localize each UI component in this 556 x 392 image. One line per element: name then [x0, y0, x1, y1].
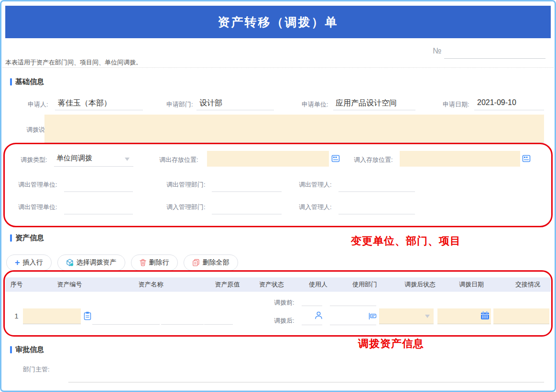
section-accent-bar: [10, 78, 12, 85]
dropdown-arrow-icon[interactable]: [425, 315, 430, 318]
col-handover: 交接情况: [501, 277, 555, 292]
delete-row-button[interactable]: 删除行: [131, 254, 178, 271]
asset-code-input[interactable]: [23, 308, 81, 324]
col-status-after: 调拨后状态: [392, 277, 447, 292]
out-manager-input[interactable]: [338, 180, 415, 192]
apply-date-value: 2021-09-10: [477, 98, 516, 107]
dotted-divider: [2, 67, 554, 68]
select-transfer-asset-label: 选择调拨资产: [76, 258, 117, 267]
col-transfer-date: 调拨日期: [447, 277, 495, 292]
out-dept-label: 调出管理部门:: [166, 180, 206, 189]
in-unit-input[interactable]: [64, 202, 133, 214]
doc-no-input[interactable]: [444, 46, 545, 59]
asset-code-picker-icon[interactable]: [84, 311, 91, 320]
col-asset-code: 资产编号: [28, 277, 111, 292]
plus-icon: +: [15, 258, 20, 267]
section-title-basic: 基础信息: [15, 77, 44, 86]
user-picker-icon[interactable]: [314, 311, 323, 320]
in-manager-label: 调入管理人:: [299, 203, 332, 212]
section-approval-info: 审批信息: [10, 345, 44, 354]
apply-unit-value: 应用产品设计空间: [336, 98, 397, 108]
col-asset-status: 资产状态: [252, 277, 291, 292]
section-title-asset: 资产信息: [15, 233, 44, 243]
delete-all-icon: [192, 259, 200, 266]
usage-note: 本表适用于资产在部门间、项目间、单位间调拨。: [5, 58, 142, 67]
out-unit-label: 调出管理单位:: [18, 180, 57, 189]
out-dept-input[interactable]: [212, 180, 282, 192]
asset-value-input[interactable]: [161, 312, 204, 325]
form-title: 资产转移（调拨）单: [218, 14, 338, 30]
handover-input[interactable]: [493, 308, 549, 324]
apply-unit-label: 申请单位:: [302, 100, 328, 109]
annotation-change-note: 变更单位、部门、项目: [351, 234, 461, 248]
in-location-label: 调入存放位置:: [354, 156, 393, 164]
transfer-type-value: 单位间调拨: [56, 154, 92, 163]
col-user: 使用人: [293, 277, 343, 292]
section-basic-info: 基础信息: [10, 77, 44, 86]
dept-before-input[interactable]: [330, 296, 376, 306]
out-location-input[interactable]: [207, 151, 329, 167]
col-asset-value: 资产原值: [202, 277, 252, 292]
apply-date-label: 申请日期:: [443, 100, 469, 109]
out-unit-input[interactable]: [64, 180, 133, 192]
col-use-dept: 使用部门: [343, 277, 386, 292]
section-asset-info: 资产信息: [10, 233, 44, 243]
annotation-asset-note: 调拨资产信息: [358, 337, 424, 351]
asset-toolbar: + 插入行 选择调拨资产 删除行 删除全部: [6, 254, 238, 271]
dept-head-input[interactable]: [68, 369, 544, 382]
col-seq: 序号: [5, 277, 28, 292]
dropdown-arrow-icon[interactable]: [125, 158, 130, 161]
asset-transfer-form: 资产转移（调拨）单 № 本表适用于资产在部门间、项目间、单位间调拨。 基础信息 …: [0, 0, 556, 392]
header-bar: 资产转移（调拨）单: [5, 6, 551, 38]
section-accent-bar: [10, 346, 12, 353]
out-location-label: 调出存放位置:: [159, 156, 198, 164]
trash-icon: [140, 259, 146, 266]
after-transfer-label: 调拨后:: [274, 317, 294, 325]
in-manager-input[interactable]: [338, 202, 415, 214]
applicant-label: 申请人:: [28, 100, 48, 109]
applicant-value: 蒋佳玉（本部）: [58, 98, 111, 108]
location-picker-icon[interactable]: [331, 154, 340, 163]
in-location-input[interactable]: [400, 151, 520, 167]
col-asset-name: 资产名称: [111, 277, 190, 292]
calendar-icon[interactable]: [480, 311, 490, 320]
apply-dept-label: 申请部门:: [166, 100, 193, 109]
delete-row-label: 删除行: [149, 258, 169, 267]
apply-dept-value: 设计部: [199, 98, 222, 108]
delete-all-label: 删除全部: [203, 258, 229, 267]
section-accent-bar: [10, 234, 12, 242]
cube-icon: [66, 259, 74, 266]
section-title-approval: 审批信息: [15, 345, 44, 354]
insert-row-label: 插入行: [23, 258, 43, 267]
in-dept-input[interactable]: [212, 202, 282, 214]
before-transfer-label: 调拨前:: [274, 298, 294, 307]
in-dept-label: 调入管理部门:: [166, 203, 206, 212]
location-picker-icon[interactable]: [522, 154, 531, 163]
select-transfer-asset-button[interactable]: 选择调拨资产: [57, 254, 125, 271]
delete-all-button[interactable]: 删除全部: [184, 254, 238, 271]
out-manager-label: 调出管理人:: [299, 180, 332, 189]
user-before-input[interactable]: [302, 296, 322, 306]
insert-row-button[interactable]: + 插入行: [6, 254, 52, 271]
asset-table-header: 序号 资产编号 资产名称 资产原值 资产状态 使用人 使用部门 调拨后状态 调拨…: [5, 277, 551, 292]
in-unit-label: 调出管理单位:: [18, 203, 57, 212]
dept-picker-icon[interactable]: [368, 312, 377, 320]
transfer-type-label: 调拨类型:: [21, 156, 47, 164]
dept-head-label: 部门主管:: [23, 365, 50, 374]
asset-name-input[interactable]: [92, 312, 160, 325]
asset-status-input[interactable]: [204, 312, 233, 325]
doc-no-label: №: [433, 46, 441, 56]
transfer-note-textarea[interactable]: [44, 115, 544, 143]
